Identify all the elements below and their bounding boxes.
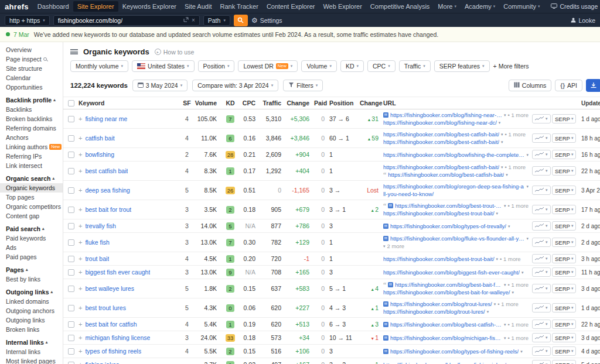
position-history-button[interactable]: ▾ [532,254,551,263]
row-checkbox[interactable] [68,305,74,311]
sidebar-item-broken-backlinks[interactable]: Broken backlinks [0,114,63,123]
filter-serp-features[interactable]: SERP features▾ [434,60,490,72]
sidebar-item-referring-ips[interactable]: Referring IPs [0,152,63,161]
url-link[interactable]: https://fishingbooker.com/blog/trout-lur… [383,308,485,315]
row-checkbox[interactable] [68,321,74,328]
nav-item-site-audit[interactable]: Site Audit [180,1,216,12]
keyword-link[interactable]: fishing near me [85,115,127,122]
add-to-list-button[interactable]: + [79,334,82,341]
more-urls-count[interactable]: • 1 more [500,255,521,263]
looker-link[interactable]: Looke [571,17,595,24]
add-to-list-button[interactable]: + [79,115,82,122]
sidebar-item-calendar[interactable]: Calendar [0,73,63,83]
target-url-input[interactable]: fishingbooker.com/blog/ × [53,15,200,26]
nav-item-site-explorer[interactable]: Site Explorer [73,1,118,12]
sidebar-item-outgoing-anchors[interactable]: Outgoing anchors [0,306,63,315]
position-history-button[interactable]: ▾ [532,267,551,277]
sidebar-item-broken-links[interactable]: Broken links [0,325,63,334]
row-checkbox[interactable] [68,207,74,213]
url-link[interactable]: https://fishingbooker.com/blog/types-of-… [390,222,506,230]
add-to-list-button[interactable]: + [79,361,82,364]
url-link[interactable]: https://fishingbooker.com/blog/best-catf… [383,163,499,171]
nav-item-keywords-explorer[interactable]: Keywords Explorer [118,1,180,12]
position-history-button[interactable]: ▾ [532,238,551,247]
more-urls-count[interactable]: • 1 more [507,334,529,342]
add-to-list-button[interactable]: + [79,285,82,292]
keyword-link[interactable]: catfish bait [85,135,114,142]
nav-item-content-explorer[interactable]: Content Explorer [262,1,319,12]
row-checkbox[interactable] [68,152,74,158]
path-mode-select[interactable]: Path ▾ [203,15,230,26]
position-history-button[interactable]: ▾ [532,186,551,195]
url-link[interactable]: https://fishingbooker.com/blog/bowfishin… [383,151,524,159]
serp-button[interactable]: SERP▾ [552,238,576,247]
sidebar-item-organic-keywords[interactable]: Organic keywords [0,183,63,193]
keyword-link[interactable]: fishing jokes [85,361,119,364]
url-link[interactable]: https://fishingbooker.com/blog/best-trou… [383,210,495,217]
position-history-button[interactable]: ▾ [532,221,551,231]
nav-item-community[interactable]: Community▾ [499,1,544,12]
nav-item-rank-tracker[interactable]: Rank Tracker [216,1,262,12]
keyword-link[interactable]: best trout lures [85,304,125,311]
position-history-button[interactable]: ▾ [532,150,551,159]
sidebar-item-overview[interactable]: Overview [0,45,63,54]
serp-button[interactable]: SERP▾ [552,150,576,159]
api-button[interactable]: {} API [555,80,582,91]
serp-button[interactable]: SERP▾ [552,166,576,176]
add-to-list-button[interactable]: + [79,269,82,276]
serp-button[interactable]: SERP▾ [552,221,576,231]
filter-cpc[interactable]: CPC▾ [367,60,396,72]
export-button[interactable] [586,79,600,92]
position-history-button[interactable]: ▾ [532,284,551,293]
settings-button[interactable]: ⚙ Settings [251,16,282,25]
serp-button[interactable]: SERP▾ [552,267,576,277]
url-link[interactable]: https://fishingbooker.com/blog/types-of-… [390,348,519,355]
sidebar-group-backlink-profile[interactable]: Backlink profile▴ [0,95,63,105]
sidebar-item-best-by-links[interactable]: Best by links [0,274,63,284]
filters-button[interactable]: Filters ▾ [283,80,323,91]
sidebar-group-paid-search[interactable]: Paid search▴ [0,224,63,233]
position-history-button[interactable]: ▾ [532,166,551,176]
sidebar-item-opportunities[interactable]: Opportunities [0,83,63,92]
position-history-button[interactable]: ▾ [532,133,551,143]
serp-button[interactable]: SERP▾ [552,133,576,143]
nav-item-dashboard[interactable]: Dashboard [33,1,73,12]
filter-lowest-dr[interactable]: Lowest DRNew▾ [238,60,298,72]
position-history-button[interactable]: ▾ [532,346,551,356]
sidebar-item-referring-domains[interactable]: Referring domains [0,123,63,133]
more-urls-count[interactable]: • 1 more [507,202,529,210]
menu-icon[interactable] [70,49,78,54]
url-link[interactable]: https://fishingbooker.com/blog/best-catf… [383,138,499,146]
add-to-list-button[interactable]: + [79,222,82,229]
sidebar-item-backlinks[interactable]: Backlinks [0,105,63,114]
row-checkbox[interactable] [68,348,74,355]
keyword-link[interactable]: trevally fish [85,222,116,229]
more-urls-count[interactable]: • 1 more [507,281,529,289]
serp-button[interactable]: SERP▾ [552,254,576,263]
row-checkbox[interactable] [68,116,74,122]
serp-button[interactable]: SERP▾ [552,205,576,214]
sidebar-item-most-linked-pages[interactable]: Most linked pages [0,356,63,364]
row-checkbox[interactable] [68,168,74,174]
add-to-list-button[interactable]: + [79,321,82,328]
add-to-list-button[interactable]: + [79,206,82,213]
url-link[interactable]: https://fishingbooker.com/blog/fishing-n… [383,119,497,126]
position-history-button[interactable]: ▾ [532,320,551,329]
more-urls-count[interactable]: • 1 more [507,321,529,328]
serp-button[interactable]: SERP▾ [552,320,576,329]
serp-button[interactable]: SERP▾ [552,360,576,364]
sidebar-group-organic-search[interactable]: Organic search▴ [0,174,63,183]
more-urls-count[interactable]: • 1 more [507,111,529,119]
add-to-list-button[interactable]: + [79,239,82,246]
add-to-list-button[interactable]: + [79,304,82,311]
url-link[interactable]: https://fishingbooker.com/blog/best-bait… [395,281,502,289]
select-all-checkbox[interactable] [68,100,74,107]
sidebar-group-internal-links[interactable]: Internal links▴ [0,338,63,347]
sidebar-item-content-gap[interactable]: Content gap [0,211,63,221]
url-link[interactable]: https://fishingbooker.com/blog/best-catf… [390,321,502,328]
date-picker-button[interactable]: 3 May 2024 ▾ [132,80,188,91]
sidebar-item-top-pages[interactable]: Top pages [0,193,63,202]
ahrefs-logo[interactable]: ahrefs [5,2,29,11]
row-checkbox[interactable] [68,256,74,262]
nav-item-web-explorer[interactable]: Web Explorer [319,1,366,12]
